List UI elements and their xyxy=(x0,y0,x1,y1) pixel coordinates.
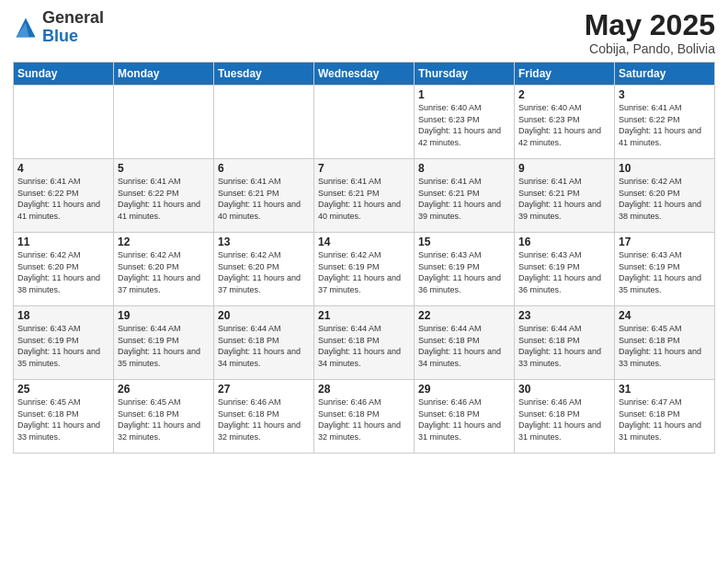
day-number: 16 xyxy=(518,236,610,248)
day-number: 29 xyxy=(418,383,510,396)
day-info: Sunrise: 6:41 AMSunset: 6:21 PMDaylight:… xyxy=(418,176,510,222)
logo-blue: Blue xyxy=(42,27,78,45)
day-cell: 2Sunrise: 6:40 AMSunset: 6:23 PMDaylight… xyxy=(515,86,615,159)
header-saturday: Saturday xyxy=(615,63,715,86)
day-info: Sunrise: 6:41 AMSunset: 6:22 PMDaylight:… xyxy=(619,102,711,148)
day-info: Sunrise: 6:46 AMSunset: 6:18 PMDaylight:… xyxy=(318,396,410,442)
day-info: Sunrise: 6:46 AMSunset: 6:18 PMDaylight:… xyxy=(518,396,610,442)
day-info: Sunrise: 6:44 AMSunset: 6:18 PMDaylight:… xyxy=(418,323,510,369)
logo-text: General Blue xyxy=(42,9,104,46)
day-cell: 15Sunrise: 6:43 AMSunset: 6:19 PMDayligh… xyxy=(415,233,515,306)
day-info: Sunrise: 6:41 AMSunset: 6:22 PMDaylight:… xyxy=(118,176,210,222)
day-cell: 23Sunrise: 6:44 AMSunset: 6:18 PMDayligh… xyxy=(515,306,615,380)
day-number: 3 xyxy=(619,88,711,101)
day-info: Sunrise: 6:45 AMSunset: 6:18 PMDaylight:… xyxy=(118,396,210,442)
day-number: 2 xyxy=(518,88,610,101)
day-cell: 10Sunrise: 6:42 AMSunset: 6:20 PMDayligh… xyxy=(615,159,715,233)
day-number: 1 xyxy=(418,88,510,101)
day-cell: 21Sunrise: 6:44 AMSunset: 6:18 PMDayligh… xyxy=(314,306,415,380)
day-number: 23 xyxy=(518,309,610,322)
day-cell: 25Sunrise: 6:45 AMSunset: 6:18 PMDayligh… xyxy=(14,380,114,454)
day-cell: 18Sunrise: 6:43 AMSunset: 6:19 PMDayligh… xyxy=(14,306,114,380)
day-cell xyxy=(314,86,415,159)
week-row-1: 4Sunrise: 6:41 AMSunset: 6:22 PMDaylight… xyxy=(14,159,715,233)
day-number: 15 xyxy=(418,236,510,248)
day-cell: 29Sunrise: 6:46 AMSunset: 6:18 PMDayligh… xyxy=(415,380,515,454)
header-tuesday: Tuesday xyxy=(214,63,314,86)
day-number: 27 xyxy=(218,383,310,396)
day-cell: 16Sunrise: 6:43 AMSunset: 6:19 PMDayligh… xyxy=(515,233,615,306)
header: General Blue May 2025 Cobija, Pando, Bol… xyxy=(13,9,715,56)
day-info: Sunrise: 6:41 AMSunset: 6:21 PMDaylight:… xyxy=(218,176,310,222)
day-number: 25 xyxy=(17,383,109,396)
day-info: Sunrise: 6:42 AMSunset: 6:20 PMDaylight:… xyxy=(619,176,711,222)
calendar-page: General Blue May 2025 Cobija, Pando, Bol… xyxy=(0,0,728,563)
day-number: 28 xyxy=(318,383,410,396)
week-row-0: 1Sunrise: 6:40 AMSunset: 6:23 PMDaylight… xyxy=(14,86,715,159)
day-cell: 31Sunrise: 6:47 AMSunset: 6:18 PMDayligh… xyxy=(615,380,715,454)
day-cell: 11Sunrise: 6:42 AMSunset: 6:20 PMDayligh… xyxy=(14,233,114,306)
day-info: Sunrise: 6:42 AMSunset: 6:20 PMDaylight:… xyxy=(218,249,310,295)
day-number: 18 xyxy=(17,309,109,322)
calendar-table: SundayMondayTuesdayWednesdayThursdayFrid… xyxy=(13,62,715,454)
day-info: Sunrise: 6:43 AMSunset: 6:19 PMDaylight:… xyxy=(418,249,510,295)
day-info: Sunrise: 6:46 AMSunset: 6:18 PMDaylight:… xyxy=(218,396,310,442)
day-info: Sunrise: 6:44 AMSunset: 6:18 PMDaylight:… xyxy=(518,323,610,369)
day-cell: 7Sunrise: 6:41 AMSunset: 6:21 PMDaylight… xyxy=(314,159,415,233)
day-info: Sunrise: 6:42 AMSunset: 6:19 PMDaylight:… xyxy=(318,249,410,295)
day-cell: 28Sunrise: 6:46 AMSunset: 6:18 PMDayligh… xyxy=(314,380,415,454)
day-number: 17 xyxy=(619,236,711,248)
day-cell xyxy=(114,86,214,159)
day-info: Sunrise: 6:46 AMSunset: 6:18 PMDaylight:… xyxy=(418,396,510,442)
day-info: Sunrise: 6:42 AMSunset: 6:20 PMDaylight:… xyxy=(118,249,210,295)
day-cell: 17Sunrise: 6:43 AMSunset: 6:19 PMDayligh… xyxy=(615,233,715,306)
day-cell: 8Sunrise: 6:41 AMSunset: 6:21 PMDaylight… xyxy=(415,159,515,233)
day-cell xyxy=(214,86,314,159)
day-number: 12 xyxy=(118,236,210,248)
day-number: 10 xyxy=(619,162,711,175)
header-sunday: Sunday xyxy=(14,63,114,86)
day-number: 6 xyxy=(218,162,310,175)
day-cell: 9Sunrise: 6:41 AMSunset: 6:21 PMDaylight… xyxy=(515,159,615,233)
day-cell: 26Sunrise: 6:45 AMSunset: 6:18 PMDayligh… xyxy=(114,380,214,454)
day-cell: 22Sunrise: 6:44 AMSunset: 6:18 PMDayligh… xyxy=(415,306,515,380)
day-number: 14 xyxy=(318,236,410,248)
day-cell: 20Sunrise: 6:44 AMSunset: 6:18 PMDayligh… xyxy=(214,306,314,380)
day-cell: 30Sunrise: 6:46 AMSunset: 6:18 PMDayligh… xyxy=(515,380,615,454)
location-subtitle: Cobija, Pando, Bolivia xyxy=(585,41,715,56)
day-info: Sunrise: 6:42 AMSunset: 6:20 PMDaylight:… xyxy=(17,249,109,295)
header-thursday: Thursday xyxy=(415,63,515,86)
logo-general: General xyxy=(42,8,104,27)
day-cell: 6Sunrise: 6:41 AMSunset: 6:21 PMDaylight… xyxy=(214,159,314,233)
day-number: 13 xyxy=(218,236,310,248)
day-number: 5 xyxy=(118,162,210,175)
day-cell: 1Sunrise: 6:40 AMSunset: 6:23 PMDaylight… xyxy=(415,86,515,159)
day-info: Sunrise: 6:44 AMSunset: 6:19 PMDaylight:… xyxy=(118,323,210,369)
day-number: 31 xyxy=(619,383,711,396)
day-number: 21 xyxy=(318,309,410,322)
day-info: Sunrise: 6:41 AMSunset: 6:21 PMDaylight:… xyxy=(318,176,410,222)
day-info: Sunrise: 6:43 AMSunset: 6:19 PMDaylight:… xyxy=(518,249,610,295)
day-info: Sunrise: 6:47 AMSunset: 6:18 PMDaylight:… xyxy=(619,396,711,442)
day-info: Sunrise: 6:41 AMSunset: 6:21 PMDaylight:… xyxy=(518,176,610,222)
day-cell: 5Sunrise: 6:41 AMSunset: 6:22 PMDaylight… xyxy=(114,159,214,233)
day-cell: 13Sunrise: 6:42 AMSunset: 6:20 PMDayligh… xyxy=(214,233,314,306)
header-monday: Monday xyxy=(114,63,214,86)
day-info: Sunrise: 6:41 AMSunset: 6:22 PMDaylight:… xyxy=(17,176,109,222)
day-info: Sunrise: 6:44 AMSunset: 6:18 PMDaylight:… xyxy=(318,323,410,369)
day-number: 26 xyxy=(118,383,210,396)
day-cell: 3Sunrise: 6:41 AMSunset: 6:22 PMDaylight… xyxy=(615,86,715,159)
title-block: May 2025 Cobija, Pando, Bolivia xyxy=(585,9,715,56)
day-number: 4 xyxy=(17,162,109,175)
header-friday: Friday xyxy=(515,63,615,86)
day-info: Sunrise: 6:43 AMSunset: 6:19 PMDaylight:… xyxy=(17,323,109,369)
logo-icon xyxy=(13,15,39,40)
day-info: Sunrise: 6:44 AMSunset: 6:18 PMDaylight:… xyxy=(218,323,310,369)
day-number: 11 xyxy=(17,236,109,248)
day-number: 24 xyxy=(619,309,711,322)
day-info: Sunrise: 6:43 AMSunset: 6:19 PMDaylight:… xyxy=(619,249,711,295)
day-info: Sunrise: 6:40 AMSunset: 6:23 PMDaylight:… xyxy=(518,102,610,148)
week-row-2: 11Sunrise: 6:42 AMSunset: 6:20 PMDayligh… xyxy=(14,233,715,306)
day-number: 9 xyxy=(518,162,610,175)
day-cell: 12Sunrise: 6:42 AMSunset: 6:20 PMDayligh… xyxy=(114,233,214,306)
